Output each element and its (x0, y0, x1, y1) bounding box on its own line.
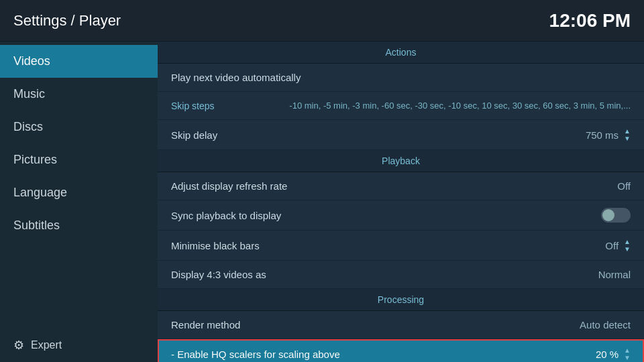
sidebar-item-pictures[interactable]: Pictures (0, 143, 158, 176)
header: Settings / Player 12:06 PM (0, 0, 644, 42)
setting-minimise-bars[interactable]: Minimise black bars Off ▲ ▼ (158, 231, 644, 261)
section-header-playback: Playback (158, 150, 644, 172)
setting-render-method[interactable]: Render method Auto detect (158, 311, 644, 339)
setting-display-43[interactable]: Display 4:3 videos as Normal (158, 261, 644, 289)
sidebar-item-discs[interactable]: Discs (0, 111, 158, 143)
skip-delay-spinner[interactable]: ▲ ▼ (624, 127, 631, 142)
spinner-down-icon[interactable]: ▼ (624, 354, 631, 361)
setting-hq-scalers[interactable]: - Enable HQ scalers for scaling above 20… (158, 339, 644, 362)
hq-scalers-spinner[interactable]: ▲ ▼ (624, 347, 631, 361)
sidebar-item-videos[interactable]: Videos (0, 45, 158, 78)
spinner-up-icon[interactable]: ▲ (624, 347, 631, 354)
spinner-down-icon[interactable]: ▼ (624, 135, 631, 142)
sidebar-item-subtitles[interactable]: Subtitles (0, 209, 158, 242)
spinner-down-icon[interactable]: ▼ (624, 245, 631, 253)
setting-skip-steps[interactable]: Skip steps -10 min, -5 min, -3 min, -60 … (158, 92, 644, 120)
spinner-up-icon[interactable]: ▲ (624, 238, 631, 245)
setting-adjust-display[interactable]: Adjust display refresh rate Off (158, 172, 644, 200)
sidebar-item-language[interactable]: Language (0, 176, 158, 209)
setting-sync-playback[interactable]: Sync playback to display (158, 200, 644, 231)
section-header-actions: Actions (158, 42, 644, 64)
clock: 12:06 PM (549, 10, 631, 32)
sidebar: Videos Music Discs Pictures Language Sub… (0, 42, 158, 362)
expert-button[interactable]: ⚙ Expert (0, 328, 158, 362)
section-header-processing: Processing (158, 289, 644, 311)
minimise-bars-spinner[interactable]: ▲ ▼ (624, 238, 631, 253)
spinner-up-icon[interactable]: ▲ (624, 127, 631, 135)
main-content: Actions Play next video automatically Sk… (158, 42, 644, 362)
setting-skip-delay[interactable]: Skip delay 750 ms ▲ ▼ (158, 120, 644, 150)
setting-play-next[interactable]: Play next video automatically (158, 64, 644, 92)
gear-icon: ⚙ (13, 338, 24, 353)
page-title: Settings / Player (13, 12, 121, 29)
sync-playback-toggle[interactable] (601, 208, 631, 223)
layout: Videos Music Discs Pictures Language Sub… (0, 42, 644, 362)
sidebar-item-music[interactable]: Music (0, 78, 158, 111)
skip-steps-label: Skip steps (171, 101, 215, 111)
